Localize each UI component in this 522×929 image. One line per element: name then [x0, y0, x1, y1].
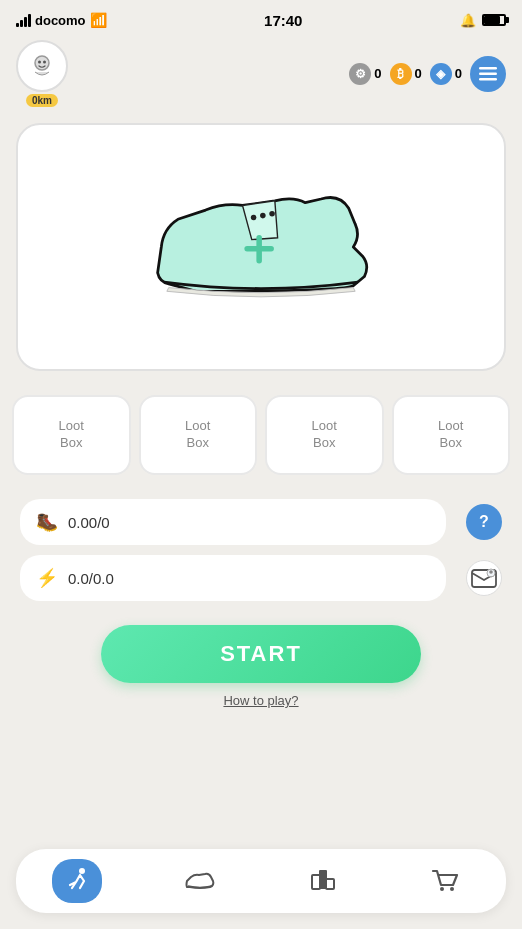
- time-label: 17:40: [264, 12, 302, 29]
- steps-icon: 🥾: [36, 511, 58, 533]
- stat-pill-steps: 🥾 0.00/0: [20, 499, 446, 545]
- nav-item-achievements[interactable]: [297, 859, 347, 903]
- header: 0km ⚙ 0 ₿ 0 ◈ 0: [0, 36, 522, 115]
- bottom-nav: [16, 849, 506, 913]
- tokens-row: ⚙ 0 ₿ 0 ◈ 0: [349, 56, 506, 92]
- signal-icon: [16, 13, 31, 27]
- menu-button[interactable]: [470, 56, 506, 92]
- km-badge: 0km: [26, 94, 58, 107]
- token-icon-coin: ₿: [390, 63, 412, 85]
- svg-rect-5: [479, 78, 497, 81]
- token-icon-gem: ◈: [430, 63, 452, 85]
- svg-point-14: [79, 868, 85, 874]
- status-left: docomo 📶: [16, 12, 107, 28]
- loot-box-3[interactable]: LootBox: [392, 395, 511, 475]
- svg-rect-17: [326, 879, 334, 889]
- battery-icon: [482, 14, 506, 26]
- token-item-blue: ◈ 0: [430, 63, 462, 85]
- svg-point-19: [450, 887, 454, 891]
- energy-value: 0.0/0.0: [68, 570, 114, 587]
- nav-item-shop[interactable]: [420, 859, 470, 903]
- svg-point-2: [43, 61, 46, 64]
- start-section: START How to play?: [0, 609, 522, 716]
- sneaker-svg: [141, 167, 381, 327]
- loot-box-2[interactable]: LootBox: [265, 395, 384, 475]
- svg-point-1: [38, 61, 41, 64]
- question-button[interactable]: ?: [466, 504, 502, 540]
- svg-rect-3: [479, 67, 497, 70]
- svg-point-0: [35, 56, 49, 70]
- token-item-orange: ₿ 0: [390, 63, 422, 85]
- alarm-icon: 🔔: [460, 13, 476, 28]
- loot-box-1[interactable]: LootBox: [139, 395, 258, 475]
- stats-section: 🥾 0.00/0 ? ⚡ 0.0/0.0: [0, 491, 522, 609]
- svg-rect-4: [479, 72, 497, 75]
- avatar-wrap[interactable]: 0km: [16, 40, 68, 107]
- nav-item-run[interactable]: [52, 859, 102, 903]
- token-value-0: 0: [374, 66, 381, 81]
- mail-button[interactable]: [466, 560, 502, 596]
- token-value-2: 0: [455, 66, 462, 81]
- svg-point-9: [260, 213, 266, 219]
- energy-icon: ⚡: [36, 567, 58, 589]
- start-button[interactable]: START: [101, 625, 421, 683]
- token-icon-gear: ⚙: [349, 63, 371, 85]
- status-bar: docomo 📶 17:40 🔔: [0, 0, 522, 36]
- svg-point-8: [251, 215, 257, 221]
- sneaker-card[interactable]: [16, 123, 506, 371]
- svg-point-13: [489, 570, 493, 574]
- avatar[interactable]: [16, 40, 68, 92]
- svg-point-10: [269, 211, 275, 217]
- loot-boxes-row: LootBox LootBox LootBox LootBox: [0, 379, 522, 491]
- loot-box-0[interactable]: LootBox: [12, 395, 131, 475]
- token-item-grey: ⚙ 0: [349, 63, 381, 85]
- nav-item-sneakers[interactable]: [175, 859, 225, 903]
- stat-row-steps: 🥾 0.00/0 ?: [20, 499, 502, 545]
- svg-point-18: [440, 887, 444, 891]
- stat-pill-energy: ⚡ 0.0/0.0: [20, 555, 446, 601]
- token-value-1: 0: [415, 66, 422, 81]
- steps-value: 0.00/0: [68, 514, 110, 531]
- stat-row-energy: ⚡ 0.0/0.0: [20, 555, 502, 601]
- carrier-label: docomo: [35, 13, 86, 28]
- status-right: 🔔: [460, 13, 506, 28]
- svg-rect-15: [312, 875, 320, 889]
- sneaker-container: [141, 167, 381, 327]
- wifi-icon: 📶: [90, 12, 107, 28]
- how-to-play-link[interactable]: How to play?: [223, 693, 298, 708]
